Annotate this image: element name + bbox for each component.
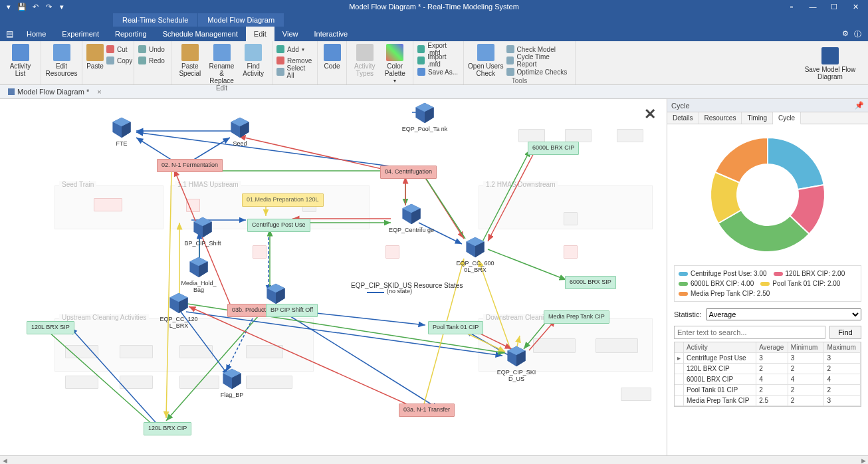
act-01[interactable]: 01.Media Preparation 120L (242, 193, 324, 207)
cycle-report-button[interactable]: Cycle Time Report (506, 55, 571, 66)
code-button[interactable]: Code (322, 43, 342, 70)
panel-pin-icon[interactable]: 📌 (855, 101, 864, 110)
group-edit-label: Edit (175, 84, 268, 92)
node-centrifu[interactable]: EQP_Centrifu ge (388, 203, 435, 233)
act-02[interactable]: 02. N-1 Fermentation (157, 159, 223, 172)
doctab-realtime[interactable]: Real-Time Schedule (113, 13, 198, 27)
statistic-select[interactable]: Average (706, 308, 861, 320)
menu-reporting[interactable]: Reporting (107, 27, 155, 41)
panel-tab-timing[interactable]: Timing (742, 112, 773, 124)
act-120sip[interactable]: 120L BRX SIP (27, 321, 74, 334)
paste-special-button[interactable]: Paste Special (175, 43, 205, 77)
undo-icon[interactable]: ↶ (31, 2, 40, 11)
panel-tab-cycle[interactable]: Cycle (773, 112, 801, 124)
copy-button[interactable]: Copy (106, 55, 132, 66)
node-cc6000[interactable]: EQP_CC_600 0L_BRX (452, 236, 498, 273)
rename-replace-button[interactable]: Rename & Replace (207, 43, 237, 84)
dropdown-icon[interactable]: ▾ (4, 2, 13, 11)
chevron-down-icon[interactable]: ▾ (57, 2, 66, 11)
panel-tab-resources[interactable]: Resources (699, 112, 742, 124)
saveas-button[interactable]: Save As... (417, 66, 459, 77)
optimize-button[interactable]: Optimize Checks (506, 66, 571, 77)
minimize-icon[interactable]: — (807, 3, 819, 11)
canvas-close-icon[interactable]: ✕ (644, 106, 656, 123)
select-all-button[interactable]: Select All (276, 66, 313, 77)
redo-icon[interactable]: ↷ (44, 2, 53, 11)
ribbon: Activity List Edit Resources Paste Cut C… (0, 41, 868, 85)
node-cc120[interactable]: EQP_CC_120 L_BRX (156, 292, 202, 329)
table-row[interactable]: Media Prep Tank CIP 2.5 2 3 (675, 396, 861, 406)
act-120cip[interactable]: 120L BRX CIP (144, 422, 191, 435)
act-6000sip[interactable]: 6000L BRX SIP (565, 276, 616, 289)
legend-item: Centrifuge Post Use: 3.00 (679, 270, 767, 277)
search-input[interactable] (674, 326, 825, 339)
file-menu-icon[interactable]: ▤ (0, 29, 19, 39)
table-row[interactable]: 120L BRX CIP 2 2 2 (675, 364, 861, 374)
edit-resources-button[interactable]: Edit Resources (45, 43, 78, 77)
save-icon[interactable]: 💾 (17, 2, 27, 11)
panel-tab-details[interactable]: Details (667, 112, 699, 124)
diagram-canvas[interactable]: ✕ Seed Train 1.1 HMAS Upstream 1.2 HMAS … (0, 99, 667, 455)
act-post[interactable]: Centrifuge Post Use (247, 219, 310, 232)
activity-types-button: Activity Types (351, 43, 379, 77)
import-button[interactable]: Import .mfd (417, 55, 459, 66)
node-pool[interactable]: EQP_Pool_Ta nk (401, 102, 448, 132)
subtab-modelflow[interactable]: Model Flow Diagram * (3, 86, 94, 98)
menubar: ▤ Home Experiment Reporting Schedule Man… (0, 27, 868, 41)
table-row[interactable]: 6000L BRX CIP 4 4 4 (675, 374, 861, 385)
table-row[interactable]: Pool Tank 01 CIP 2 2 2 (675, 385, 861, 396)
legend-item: 6000L BRX CIP: 4.00 (679, 280, 754, 287)
act-media[interactable]: Media Prep Tank CIP (544, 310, 609, 324)
close-icon[interactable]: ✕ (849, 3, 861, 11)
act-bps[interactable]: BP CIP Shift Off (266, 304, 318, 317)
save-diagram-button[interactable]: Save Model Flow Diagram (800, 46, 860, 80)
doctab-modelflow[interactable]: Model Flow Diagram (198, 13, 284, 27)
find-button[interactable]: Find (829, 326, 861, 339)
help-icon[interactable]: ⓘ (854, 29, 861, 39)
menu-interactive[interactable]: Interactive (306, 27, 356, 41)
h-scrollbar[interactable]: ◀▶ (0, 455, 868, 464)
gear-icon[interactable]: ⚙ (842, 29, 849, 39)
donut-chart (667, 124, 868, 261)
act-04[interactable]: 04. Centrifugation (380, 166, 437, 179)
quick-launch: ▾ 💾 ↶ ↷ ▾ (0, 2, 70, 11)
redo-button[interactable]: Redo (138, 55, 165, 66)
legend-item: Media Prep Tank CIP: 2.50 (679, 290, 770, 297)
side-panel: Cycle📌 Details Resources Timing Cycle Ce… (667, 99, 868, 455)
cut-button[interactable]: Cut (106, 44, 132, 55)
menu-experiment[interactable]: Experiment (54, 27, 107, 41)
activity-list-button[interactable]: Activity List (4, 43, 37, 77)
subtab-close[interactable]: × (94, 88, 104, 96)
act-pool[interactable]: Pool Tank 01 CIP (428, 321, 483, 334)
group-tools-label: Tools (468, 77, 571, 84)
node-bpcip[interactable]: BP_CIP_Shift (179, 216, 226, 247)
open-users-button[interactable]: Open Users Check (468, 43, 504, 77)
node-seed[interactable]: Seed (217, 116, 263, 147)
node-flag[interactable]: Flag_BP (209, 368, 255, 398)
node-fte[interactable]: FTE (98, 116, 145, 147)
color-palette-button[interactable]: Color Palette▾ (381, 43, 409, 84)
window-title: Model Flow Diagram * - Real-Time Modelin… (349, 3, 519, 11)
menu-view[interactable]: View (274, 27, 306, 41)
undo-button[interactable]: Undo (138, 44, 165, 55)
maximize-icon[interactable]: ☐ (828, 3, 840, 11)
menu-schedule[interactable]: Schedule Management (155, 27, 246, 41)
statistic-label: Statistic: (674, 310, 702, 318)
ribbon-min-icon[interactable]: ▫ (786, 3, 798, 11)
find-activity-button[interactable]: Find Activity (239, 43, 268, 77)
node-mediabag[interactable]: Media_Hold_ Bag (175, 256, 222, 293)
cycle-grid[interactable]: Activity Average Minimum Maximum ▸ Centr… (674, 342, 861, 407)
node-extra1[interactable] (253, 283, 299, 306)
legend-item: 120L BRX CIP: 2.00 (774, 270, 845, 277)
resource-legend-sub: (no state) (387, 288, 412, 294)
menu-edit[interactable]: Edit (246, 27, 274, 41)
add-button[interactable]: Add▾ (276, 44, 313, 55)
table-row[interactable]: ▸ Centrifuge Post Use 3 3 3 (675, 353, 861, 364)
act-03a[interactable]: 03a. N-1 Transfer (399, 404, 455, 417)
menu-home[interactable]: Home (19, 27, 54, 41)
node-cipskid[interactable]: EQP_CIP_SKI D_US (493, 345, 540, 382)
svg-line-18 (488, 249, 566, 280)
paste-button[interactable]: Paste (86, 43, 104, 70)
diagram-icon (8, 88, 15, 95)
act-6000cip[interactable]: 6000L BRX CIP (528, 142, 579, 155)
